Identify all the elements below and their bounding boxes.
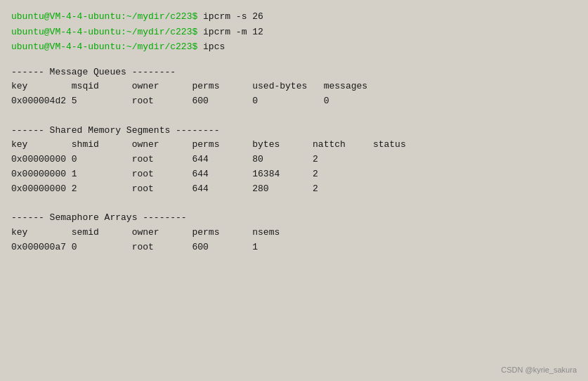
prompt-line-3: ubuntu@VM-4-4-ubuntu:~/mydir/c223$ ipcs (11, 40, 577, 54)
terminal-window: ubuntu@VM-4-4-ubuntu:~/mydir/c223$ ipcrm… (0, 0, 588, 381)
prompt-command-2: ipcrm -m 12 (197, 27, 263, 37)
ipcs-output: ------ Message Queues -------- key msqid… (11, 65, 577, 255)
prompt-user-2: ubuntu@VM-4-4-ubuntu:~/mydir/c223$ (11, 27, 197, 37)
prompt-line-2: ubuntu@VM-4-4-ubuntu:~/mydir/c223$ ipcrm… (11, 25, 577, 39)
prompt-command-1: ipcrm -s 26 (197, 11, 263, 22)
watermark: CSDN @kyrie_sakura (501, 366, 577, 374)
prompt-user-3: ubuntu@VM-4-4-ubuntu:~/mydir/c223$ (11, 41, 197, 52)
prompt-command-3: ipcs (197, 41, 225, 52)
prompt-user-1: ubuntu@VM-4-4-ubuntu:~/mydir/c223$ (11, 11, 197, 22)
prompt-line-1: ubuntu@VM-4-4-ubuntu:~/mydir/c223$ ipcrm… (11, 10, 577, 24)
